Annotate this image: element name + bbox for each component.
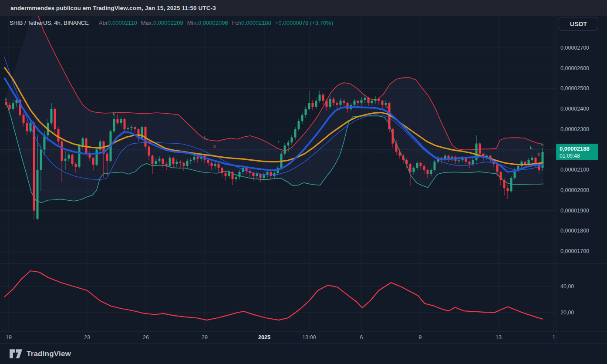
candle <box>197 157 199 159</box>
candle <box>427 170 429 174</box>
price-axis-label: 0,00002500 <box>560 85 589 92</box>
indicator-axis-label: 40,00 <box>560 283 574 290</box>
candle <box>186 161 189 166</box>
candle <box>270 172 272 176</box>
candle <box>37 170 39 219</box>
attribution-text: andermmendes publicou em TradingView.com… <box>10 5 216 11</box>
candle <box>214 164 216 166</box>
candle <box>120 119 122 123</box>
candle <box>64 159 67 161</box>
candle <box>413 168 415 172</box>
main-pane[interactable]: LSLSLSLSL <box>0 7 556 220</box>
price-axis[interactable]: USDT 0,000027000,000026000,000025000,000… <box>556 0 607 344</box>
currency-toggle-button[interactable]: USDT <box>559 17 598 30</box>
price-axis-label: 0,00001700 <box>560 248 589 255</box>
candle <box>340 101 342 104</box>
candle <box>78 145 81 167</box>
candle <box>528 160 530 164</box>
candle <box>9 105 11 109</box>
candle <box>221 168 223 173</box>
price-chart-canvas[interactable]: LSLSLSLSL <box>0 0 607 364</box>
candle <box>218 164 220 168</box>
badge-price: 0,00002188 <box>560 145 598 152</box>
tradingview-chart-widget: LSLSLSLSL andermmendes publicou em Tradi… <box>0 0 607 364</box>
candle <box>395 144 398 152</box>
time-axis[interactable]: 19232629202513:0069131 <box>0 332 556 344</box>
time-axis-label: 29 <box>202 334 208 340</box>
time-axis-label: 2025 <box>258 334 270 340</box>
candle <box>263 175 265 178</box>
price-axis-label: 0,00002300 <box>560 126 589 133</box>
candle <box>12 103 14 109</box>
time-axis-label: 13:00 <box>302 334 316 340</box>
price-axis-label: 0,00002000 <box>560 187 589 194</box>
candle <box>357 101 359 103</box>
candle <box>190 160 192 161</box>
price-axis-label: 0,00001900 <box>560 207 589 214</box>
candle <box>239 172 241 177</box>
candle <box>284 145 286 154</box>
candle <box>500 172 502 180</box>
candle <box>531 158 533 160</box>
trade-marker: S <box>385 104 388 109</box>
candle <box>106 154 108 161</box>
candle <box>61 142 63 161</box>
candle <box>343 101 345 103</box>
candle <box>26 123 28 131</box>
candle <box>298 121 300 129</box>
trade-marker: L <box>204 135 207 139</box>
candle <box>54 109 56 129</box>
candle <box>23 115 25 123</box>
last-price-badge: 0,00002188 01:09:48 <box>556 144 598 160</box>
candle <box>402 156 405 160</box>
candle <box>308 103 310 109</box>
candle <box>71 155 74 164</box>
low-label: Mín. <box>187 20 198 26</box>
trade-marker: S <box>537 152 540 157</box>
candle <box>155 161 157 164</box>
trade-marker: S <box>148 140 151 145</box>
candle <box>148 147 150 156</box>
time-axis-label: 19 <box>6 334 12 340</box>
candle <box>336 103 338 105</box>
price-axis-label: 0,00002600 <box>560 65 589 72</box>
trade-marker: S <box>213 144 216 149</box>
tradingview-logo-icon[interactable] <box>10 349 23 359</box>
brand-name[interactable]: TradingView <box>27 350 71 358</box>
candle <box>301 115 304 121</box>
candle <box>256 174 258 176</box>
candle <box>127 128 129 129</box>
close-value: 0,00002188 <box>241 20 271 26</box>
candle <box>92 158 94 165</box>
candle <box>312 103 314 107</box>
candle <box>406 160 408 164</box>
candle <box>162 159 164 164</box>
candle <box>333 99 335 103</box>
price-axis-label: 0,00001800 <box>560 227 589 234</box>
candle <box>183 163 185 166</box>
candle <box>381 101 384 104</box>
candle <box>434 162 436 170</box>
candle <box>322 94 324 101</box>
candle <box>235 177 237 179</box>
candle <box>420 163 422 166</box>
candle <box>82 138 84 145</box>
candle <box>169 158 171 166</box>
trade-marker: L <box>541 142 544 146</box>
price-axis-label: 0,00002100 <box>560 166 589 173</box>
close-label: Fch <box>232 20 242 26</box>
candle <box>131 127 133 128</box>
candle <box>225 173 227 176</box>
open-value: 0,00002110 <box>108 20 137 26</box>
candle <box>319 94 321 101</box>
symbol-title[interactable]: SHIB / TetherUS, 4h, BINANCE <box>10 20 89 26</box>
candle <box>152 156 154 164</box>
candle <box>524 162 526 164</box>
candle <box>165 164 168 166</box>
candle <box>5 102 7 105</box>
candle <box>291 138 293 143</box>
high-value: 0,00002209 <box>153 20 183 26</box>
candle <box>354 101 356 104</box>
indicator-axis-label: 20,00 <box>560 309 574 316</box>
candle <box>364 98 366 100</box>
